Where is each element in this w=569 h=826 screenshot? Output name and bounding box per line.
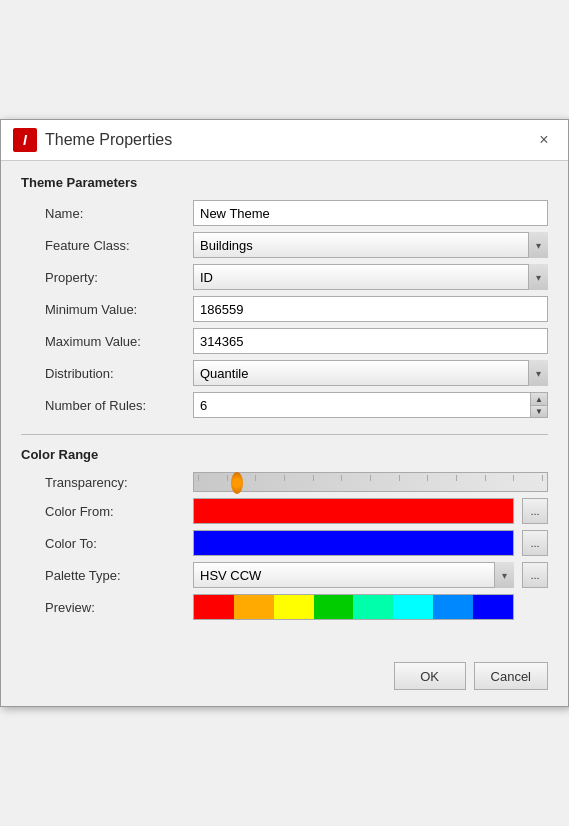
feature-class-wrapper: Buildings Roads Points ▾ <box>193 232 548 258</box>
color-range-section: Color Range Transparency: <box>21 447 548 620</box>
transparency-slider-wrapper <box>193 472 548 492</box>
color-to-swatch[interactable] <box>193 530 514 556</box>
slider-track <box>193 472 548 492</box>
preview-bar <box>193 594 514 620</box>
feature-class-select[interactable]: Buildings Roads Points <box>193 232 548 258</box>
rules-increment-button[interactable]: ▲ <box>530 392 548 405</box>
max-value-input[interactable] <box>193 328 548 354</box>
dialog-title: Theme Properties <box>45 131 172 149</box>
title-bar: I Theme Properties × <box>1 120 568 161</box>
close-button[interactable]: × <box>532 128 556 152</box>
dialog-body: Theme Parameters Name: Feature Class: Bu… <box>1 161 568 652</box>
theme-properties-dialog: I Theme Properties × Theme Parameters Na… <box>0 119 569 707</box>
feature-class-label: Feature Class: <box>45 238 185 253</box>
distribution-select[interactable]: Quantile Equal Interval Natural Breaks <box>193 360 548 386</box>
section-divider <box>21 434 548 435</box>
theme-parameters-section: Theme Parameters Name: Feature Class: Bu… <box>21 175 548 418</box>
color-from-ellipsis-button[interactable]: ... <box>522 498 548 524</box>
property-label: Property: <box>45 270 185 285</box>
distribution-label: Distribution: <box>45 366 185 381</box>
color-to-label: Color To: <box>45 536 185 551</box>
name-input[interactable] <box>193 200 548 226</box>
distribution-wrapper: Quantile Equal Interval Natural Breaks ▾ <box>193 360 548 386</box>
cancel-button[interactable]: Cancel <box>474 662 548 690</box>
palette-type-wrapper: HSV CCW HSV CW RGB ▾ <box>193 562 514 588</box>
name-label: Name: <box>45 206 185 221</box>
rules-spinner-buttons: ▲ ▼ <box>530 392 548 418</box>
rules-spinner-wrapper: ▲ ▼ <box>193 392 548 418</box>
color-from-swatch[interactable] <box>193 498 514 524</box>
ok-button[interactable]: OK <box>394 662 466 690</box>
max-value-label: Maximum Value: <box>45 334 185 349</box>
palette-type-ellipsis-button[interactable]: ... <box>522 562 548 588</box>
app-icon: I <box>13 128 37 152</box>
min-value-input[interactable] <box>193 296 548 322</box>
rules-decrement-button[interactable]: ▼ <box>530 405 548 418</box>
rules-label: Number of Rules: <box>45 398 185 413</box>
palette-type-select[interactable]: HSV CCW HSV CW RGB <box>193 562 514 588</box>
dialog-buttons: OK Cancel <box>1 652 568 706</box>
theme-parameters-title: Theme Parameters <box>21 175 548 190</box>
min-value-label: Minimum Value: <box>45 302 185 317</box>
property-select[interactable]: ID Name Type <box>193 264 548 290</box>
property-wrapper: ID Name Type ▾ <box>193 264 548 290</box>
title-bar-left: I Theme Properties <box>13 128 172 152</box>
preview-label: Preview: <box>45 600 185 615</box>
palette-type-label: Palette Type: <box>45 568 185 583</box>
color-range-title: Color Range <box>21 447 548 462</box>
rules-input[interactable] <box>193 392 530 418</box>
theme-parameters-form: Name: Feature Class: Buildings Roads Poi… <box>45 200 548 418</box>
transparency-label: Transparency: <box>45 475 185 490</box>
color-to-ellipsis-button[interactable]: ... <box>522 530 548 556</box>
color-from-label: Color From: <box>45 504 185 519</box>
